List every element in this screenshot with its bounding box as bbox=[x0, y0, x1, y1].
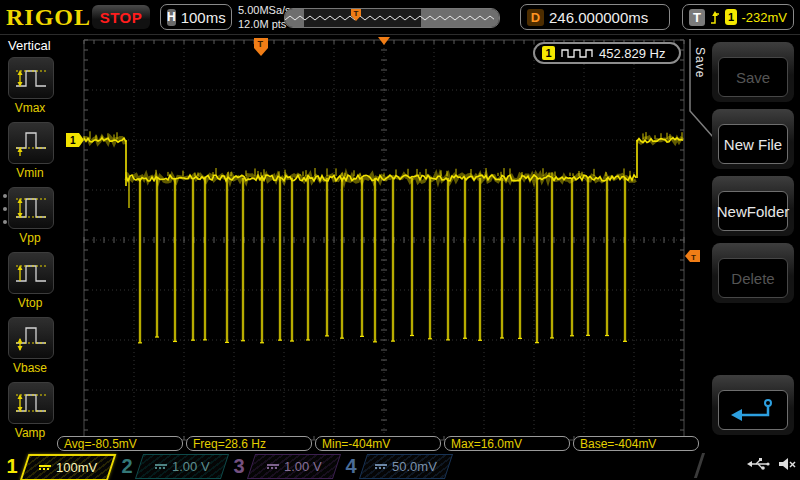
vamp-icon bbox=[13, 388, 49, 418]
channel-2-number: 2 bbox=[118, 455, 136, 478]
delete-button[interactable]: Delete bbox=[712, 243, 794, 303]
channel-1-cell[interactable]: 100mV bbox=[20, 454, 117, 480]
menu-item-vpp[interactable]: Vpp bbox=[8, 187, 52, 245]
measurement-avg: Avg=-80.5mV bbox=[57, 436, 183, 451]
memory-depth: 12.0M pts bbox=[238, 17, 291, 31]
speaker-muted-icon bbox=[778, 456, 798, 472]
channel-1-number: 1 bbox=[3, 455, 21, 478]
coupling-dc-icon bbox=[39, 464, 51, 471]
channel-1-scale: 100mV bbox=[56, 460, 97, 475]
measurement-min: Min=-404mV bbox=[315, 436, 441, 451]
freq-channel-badge: 1 bbox=[542, 46, 555, 60]
back-button[interactable] bbox=[712, 375, 794, 435]
trigger-icon: T bbox=[689, 9, 705, 26]
left-menu-title: Vertical bbox=[8, 38, 51, 53]
coupling-dc-icon bbox=[155, 463, 167, 470]
channel-2-cell[interactable]: 1.00 V bbox=[135, 454, 229, 479]
horizontal-timebase-box[interactable]: H 100ms bbox=[160, 4, 232, 30]
freq-counter-value: 452.829 Hz bbox=[599, 46, 666, 61]
right-menu-tab: Save bbox=[688, 37, 714, 139]
menu-item-vbase[interactable]: Vbase bbox=[8, 317, 52, 375]
svg-text:1: 1 bbox=[70, 135, 76, 146]
measurement-base: Base=-404mV bbox=[573, 436, 699, 451]
delay-value: 246.000000ms bbox=[549, 9, 648, 26]
menu-item-vmax[interactable]: Vmax bbox=[8, 57, 52, 115]
channel-3-cell[interactable]: 1.00 V bbox=[247, 454, 341, 479]
trigger-delay-box[interactable]: D 246.000000ms bbox=[520, 4, 670, 30]
menu-item-vtop[interactable]: Vtop bbox=[8, 252, 52, 310]
menu-page-dots-icon bbox=[3, 194, 7, 224]
top-status-bar: RIGOL STOP H 100ms 5.00MSa/s 12.0M pts T… bbox=[0, 0, 800, 35]
vbase-icon bbox=[13, 323, 49, 353]
menu-item-vamp[interactable]: Vamp bbox=[8, 382, 52, 440]
new-file-button[interactable]: New File bbox=[712, 109, 794, 169]
channel-2-scale: 1.00 V bbox=[172, 459, 210, 474]
channel-4-number: 4 bbox=[342, 455, 360, 478]
menu-item-vmin[interactable]: Vmin bbox=[8, 122, 52, 180]
coupling-dc-icon bbox=[375, 463, 387, 470]
oscilloscope-screen: 1TT RIGOL STOP H 100ms 5.00MSa/s 12.0M p… bbox=[0, 0, 800, 480]
preview-wave-icon bbox=[285, 9, 499, 27]
run-state-label: STOP bbox=[100, 9, 143, 26]
vmax-icon bbox=[13, 63, 49, 93]
trigger-slope-icon bbox=[709, 10, 721, 25]
trigger-source-badge: 1 bbox=[725, 9, 738, 25]
trigger-level-value: -232mV bbox=[741, 10, 787, 25]
system-status-icons bbox=[746, 456, 798, 472]
rigol-logo: RIGOL bbox=[6, 4, 91, 31]
measurement-freq: Freq=28.6 Hz bbox=[186, 436, 312, 451]
delay-icon: D bbox=[527, 9, 544, 26]
vmin-icon bbox=[13, 128, 49, 158]
tab-label: Save bbox=[693, 47, 707, 78]
timebase-value: 100ms bbox=[181, 9, 226, 26]
waveform-display: 1TT bbox=[0, 0, 800, 480]
coupling-dc-icon bbox=[267, 463, 279, 470]
h-icon: H bbox=[167, 9, 176, 26]
usb-icon bbox=[746, 456, 770, 472]
sample-rate: 5.00MSa/s bbox=[238, 3, 291, 17]
channel-3-scale: 1.00 V bbox=[284, 459, 322, 474]
return-arrow-icon bbox=[724, 397, 782, 423]
acquisition-info: 5.00MSa/s 12.0M pts bbox=[238, 3, 291, 31]
channel-4-scale: 50.0mV bbox=[392, 459, 437, 474]
waveform-preview-strip: T bbox=[284, 8, 500, 28]
hardware-freq-counter: 1 452.829 Hz bbox=[533, 42, 681, 64]
svg-text:T: T bbox=[691, 253, 696, 262]
vtop-icon bbox=[13, 258, 49, 288]
run-stop-indicator[interactable]: STOP bbox=[92, 5, 150, 29]
vpp-icon bbox=[13, 193, 49, 223]
save-button[interactable]: Save bbox=[712, 42, 794, 102]
channel-4-cell[interactable]: 50.0mV bbox=[359, 454, 453, 479]
square-wave-icon bbox=[560, 47, 594, 59]
measurement-max: Max=16.0mV bbox=[444, 436, 570, 451]
channel-bar-divider bbox=[694, 453, 705, 478]
channel-3-number: 3 bbox=[230, 455, 248, 478]
trigger-info-box[interactable]: T 1 -232mV bbox=[682, 4, 794, 30]
svg-text:T: T bbox=[258, 39, 264, 49]
new-folder-button[interactable]: NewFolder bbox=[712, 176, 794, 236]
